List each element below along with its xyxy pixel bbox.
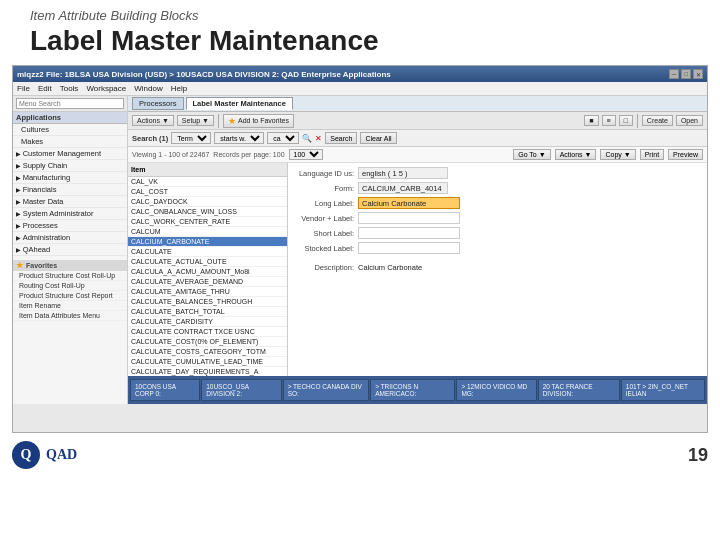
form-value: CALCIUM_CARB_4014 [358, 182, 448, 194]
description-value: Calcium Carbonate [358, 263, 422, 272]
language-id-label: Language ID us: [294, 169, 354, 178]
records-per-page-select[interactable]: 100 50 25 [289, 149, 323, 160]
fav-item-routing-cost[interactable]: Routing Cost Roll-Up [13, 281, 127, 291]
list-item-calc-cost-element[interactable]: CALCULATE_COST(0% OF_ELEMENT) [128, 337, 287, 347]
short-label-input[interactable] [358, 227, 460, 239]
sidebar-item-administration[interactable]: Administration [13, 232, 127, 244]
list-column-item: Item [131, 166, 145, 173]
print-button[interactable]: Print [640, 149, 664, 160]
app-layout: Applications Cultures Makes Customer Man… [13, 96, 707, 404]
sidebar-item-qahead[interactable]: QAhead [13, 244, 127, 256]
list-item-calcum[interactable]: CALCUM [128, 227, 287, 237]
copy-button[interactable]: Copy ▼ [600, 149, 635, 160]
actions-nav-button[interactable]: Actions ▼ [555, 149, 597, 160]
list-item-calc-cardisity[interactable]: CALCULATE_CARDISITY [128, 317, 287, 327]
long-label-input[interactable] [358, 197, 460, 209]
minimize-button[interactable]: ─ [669, 69, 679, 79]
sidebar-item-processes[interactable]: Processes [13, 220, 127, 232]
vendor-label-input[interactable] [358, 212, 460, 224]
setup-button[interactable]: Setup ▼ [177, 115, 214, 126]
qad-text: QAD [46, 447, 77, 463]
list-item-calc-actual[interactable]: CALCULATE_ACTUAL_OUTE [128, 257, 287, 267]
status-item-3[interactable]: > TECHCO CANADA DIV SO: [283, 379, 370, 401]
records-per-page-label: Records per page: 100 [213, 151, 284, 158]
clear-all-button[interactable]: Clear All [360, 132, 396, 144]
list-item-calcium-carbonate[interactable]: CALCIUM_CARBONATE [128, 237, 287, 247]
short-label-label: Short Label: [294, 229, 354, 238]
list-item-calc-batch[interactable]: CALCULATE_BATCH_TOTAL [128, 307, 287, 317]
list-toolbar: Item [128, 163, 287, 177]
view-grid-button[interactable]: □ [619, 115, 633, 126]
menu-workspace[interactable]: Workspace [86, 84, 126, 93]
sidebar-item-cultures[interactable]: Cultures [13, 124, 127, 136]
status-item-1[interactable]: 10CONS USA CORP 0: [130, 379, 200, 401]
subtitle: Item Attribute Building Blocks [30, 8, 690, 23]
favorites-label: Favorites [26, 262, 57, 269]
menu-file[interactable]: File [17, 84, 30, 93]
list-item-calc-avg-demand[interactable]: CALCULATE_AVERAGE_DEMAND [128, 277, 287, 287]
search-button[interactable]: Search [325, 132, 357, 144]
view-list-button[interactable]: ■ [584, 115, 598, 126]
open-button[interactable]: Open [676, 115, 703, 126]
goto-button[interactable]: Go To ▼ [513, 149, 550, 160]
actions-button[interactable]: Actions ▼ [132, 115, 174, 126]
qad-logo: Q QAD [12, 441, 77, 469]
preview-button[interactable]: Preview [668, 149, 703, 160]
status-item-4[interactable]: > TRIICONS N AMERICACO: [370, 379, 455, 401]
sidebar-item-master-data[interactable]: Master Data [13, 196, 127, 208]
list-item-calc-costs-cat[interactable]: CALCULATE_COSTS_CATEGORY_TOTM [128, 347, 287, 357]
search-field-select[interactable]: Term [171, 132, 211, 144]
sidebar-item-customer-mgmt[interactable]: Customer Management [13, 148, 127, 160]
list-item-calc-cumul-lead[interactable]: CALCULATE_CUMULATIVE_LEAD_TIME [128, 357, 287, 367]
sidebar-search-container [13, 96, 127, 112]
tab-processors[interactable]: Processors [132, 97, 184, 110]
fav-item-product-structure-cost[interactable]: Product Structure Cost Roll-Up [13, 271, 127, 281]
list-item-calc-amitage[interactable]: CALCULATE_AMITAGE_THRU [128, 287, 287, 297]
menu-help[interactable]: Help [171, 84, 187, 93]
menu-edit[interactable]: Edit [38, 84, 52, 93]
sidebar-item-financials[interactable]: Financials [13, 184, 127, 196]
sidebar-item-sysadmin[interactable]: System Administrator [13, 208, 127, 220]
status-item-2[interactable]: 10USCO_USA DIVISION 2: [201, 379, 281, 401]
add-favorites-button[interactable]: ★ Add to Favorites [223, 114, 294, 128]
list-item-calculate[interactable]: CALCULATE [128, 247, 287, 257]
field-row-stocked-label: Stocked Label: [294, 242, 701, 254]
menu-window[interactable]: Window [134, 84, 162, 93]
list-item-cal-cost[interactable]: CAL_COST [128, 187, 287, 197]
tab-label-master[interactable]: Label Master Maintenance [186, 97, 293, 110]
list-item-calc-balances[interactable]: CALCULATE_BALANCES_THROUGH [128, 297, 287, 307]
status-item-5[interactable]: > 12MICO VIDICO MD MG: [456, 379, 536, 401]
sidebar-search-input[interactable] [16, 98, 124, 109]
list-item-cal-vk[interactable]: CAL_VK [128, 177, 287, 187]
view-detail-button[interactable]: ≡ [602, 115, 616, 126]
fav-item-item-data-attrs[interactable]: Item Data Attributes Menu [13, 311, 127, 321]
search-operator-select[interactable]: starts w. [214, 132, 264, 144]
sidebar-item-makes[interactable]: Makes [13, 136, 127, 148]
create-button[interactable]: Create [642, 115, 673, 126]
menu-tools[interactable]: Tools [60, 84, 79, 93]
window-controls: ─ □ ✕ [669, 69, 703, 79]
fav-item-item-rename[interactable]: Item Rename [13, 301, 127, 311]
list-item-calc-day-req[interactable]: CALCULATE_DAY_REQUIREMENTS_A [128, 367, 287, 376]
maximize-button[interactable]: □ [681, 69, 691, 79]
list-item-calcula-amount[interactable]: CALCULA_A_ACMU_AMOUNT_Mo8i [128, 267, 287, 277]
list-item-calc-daydock[interactable]: CALC_DAYDOCK [128, 197, 287, 207]
sidebar-applications-label: Applications [13, 112, 127, 124]
status-item-7[interactable]: 101T > 2IN_CO_NET IELIAN [621, 379, 705, 401]
list-item-calc-contract[interactable]: CALCULATE CONTRACT TXCE USNC [128, 327, 287, 337]
search-remove-icon[interactable]: ✕ [315, 134, 322, 143]
fav-item-product-structure-report[interactable]: Product Structure Cost Report [13, 291, 127, 301]
search-value-select[interactable]: ca [267, 132, 299, 144]
detail-panel: Language ID us: english ( 1 5 ) Form: CA… [288, 163, 707, 376]
list-item-calc-onbalance[interactable]: CALC_ONBALANCE_WIN_LOSS [128, 207, 287, 217]
stocked-label-input[interactable] [358, 242, 460, 254]
footer: Q QAD 19 [0, 437, 720, 473]
status-item-6[interactable]: 20 TAC FRANCE DIVISION: [538, 379, 620, 401]
close-button[interactable]: ✕ [693, 69, 703, 79]
form-label: Form: [294, 184, 354, 193]
favorites-title: ★ Favorites [13, 260, 127, 271]
list-item-calc-workcenter[interactable]: CALC_WORK_CENTER_RATE [128, 217, 287, 227]
sidebar-item-manufacturing[interactable]: Manufacturing [13, 172, 127, 184]
field-row-description: Description: Calcium Carbonate [294, 263, 701, 272]
sidebar-item-supply-chain[interactable]: Supply Chain [13, 160, 127, 172]
